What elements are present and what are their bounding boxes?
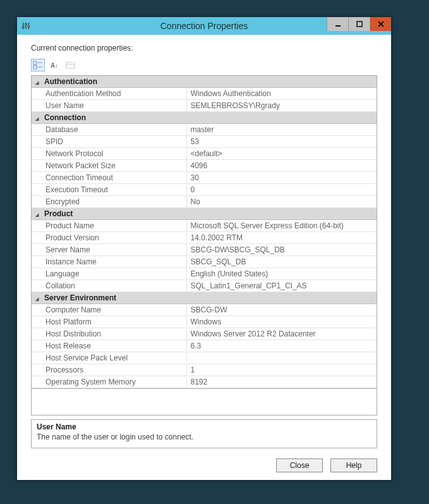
property-key: Host Distribution: [32, 328, 186, 340]
sliders-icon: [21, 21, 31, 31]
property-pages-button: [64, 59, 78, 71]
property-key: Product Version: [32, 232, 186, 244]
property-key: Encrypted: [32, 196, 186, 208]
property-key: Product Name: [32, 220, 186, 232]
property-value: 6.3: [186, 340, 377, 352]
category-name: Connection: [44, 113, 86, 122]
property-row[interactable]: Execution Timeout0: [32, 184, 377, 196]
close-button[interactable]: Close: [276, 458, 323, 472]
property-key: Processors: [32, 364, 186, 376]
property-row[interactable]: Host PlatformWindows: [32, 316, 377, 328]
property-grid[interactable]: ◢AuthenticationAuthentication MethodWind…: [31, 75, 377, 389]
property-key: Authentication Method: [32, 88, 186, 100]
property-row[interactable]: Computer NameSBCG-DW: [32, 304, 377, 316]
property-key: Database: [32, 124, 186, 136]
property-value: SBCG_SQL_DB: [186, 256, 377, 268]
svg-point-5: [28, 25, 30, 27]
title-bar[interactable]: Connection Properties: [17, 17, 391, 35]
maximize-button[interactable]: [348, 17, 370, 31]
property-grid-empty-area: [31, 389, 377, 415]
property-key: Host Service Pack Level: [32, 352, 186, 364]
property-value: Windows: [186, 316, 377, 328]
property-value: <default>: [186, 148, 377, 160]
expander-icon[interactable]: ◢: [35, 297, 42, 302]
category-header[interactable]: ◢Connection: [32, 112, 377, 124]
property-row[interactable]: Network Protocol<default>: [32, 148, 377, 160]
category-name: Product: [44, 209, 73, 218]
property-toolbar: A↓: [31, 58, 377, 73]
property-row[interactable]: EncryptedNo: [32, 196, 377, 208]
property-key: Connection Timeout: [32, 172, 186, 184]
property-key: Computer Name: [32, 304, 186, 316]
help-button[interactable]: Help: [330, 458, 377, 472]
minimize-button[interactable]: [327, 17, 348, 31]
category-header[interactable]: ◢Authentication: [32, 76, 377, 88]
property-row[interactable]: Processors1: [32, 364, 377, 376]
svg-rect-14: [66, 63, 75, 68]
category-name: Server Environment: [44, 293, 116, 302]
property-row[interactable]: Operating System Memory8192: [32, 376, 377, 388]
expander-icon[interactable]: ◢: [35, 212, 42, 218]
dialog-window: Connection Properties Current connection…: [17, 17, 391, 480]
svg-point-3: [25, 23, 27, 25]
property-value: English (United States): [186, 268, 377, 280]
category-header[interactable]: ◢Product: [32, 208, 377, 220]
help-pane: User Name The name of the user or login …: [31, 419, 377, 448]
svg-rect-7: [357, 22, 362, 27]
expander-icon[interactable]: ◢: [35, 116, 42, 121]
property-value: SEMLERBROSSY\Rgrady: [186, 100, 377, 112]
property-value: master: [186, 124, 377, 136]
property-value: [186, 352, 377, 364]
property-key: Host Platform: [32, 316, 186, 328]
property-row[interactable]: Product Version14.0.2002 RTM: [32, 232, 377, 244]
property-key: Execution Timeout: [32, 184, 186, 196]
property-value: Windows Server 2012 R2 Datacenter: [186, 328, 377, 340]
svg-point-1: [22, 26, 24, 28]
help-title: User Name: [37, 422, 372, 431]
property-value: Windows Authentication: [186, 88, 377, 100]
property-row[interactable]: Product NameMicrosoft SQL Server Express…: [32, 220, 377, 232]
property-row[interactable]: Server NameSBCG-DW\SBCG_SQL_DB: [32, 244, 377, 256]
section-label: Current connection properties:: [31, 44, 377, 52]
property-row[interactable]: SPID53: [32, 136, 377, 148]
property-value: SBCG-DW\SBCG_SQL_DB: [186, 244, 377, 256]
property-value: 4096: [186, 160, 377, 172]
property-row[interactable]: Host Service Pack Level: [32, 352, 377, 364]
categorized-button[interactable]: [31, 59, 45, 71]
property-key: Network Protocol: [32, 148, 186, 160]
property-row[interactable]: Authentication MethodWindows Authenticat…: [32, 88, 377, 100]
help-description: The name of the user or login used to co…: [37, 433, 372, 441]
property-value: SQL_Latin1_General_CP1_CI_AS: [186, 280, 377, 292]
property-value: 30: [186, 172, 377, 184]
property-key: Network Packet Size: [32, 160, 186, 172]
property-value: 0: [186, 184, 377, 196]
property-key: Instance Name: [32, 256, 186, 268]
property-key: Host Release: [32, 340, 186, 352]
category-header[interactable]: ◢Server Environment: [32, 292, 377, 304]
property-row[interactable]: Connection Timeout30: [32, 172, 377, 184]
property-value: 8192: [186, 376, 377, 388]
property-value: 1: [186, 364, 377, 376]
property-key: Server Name: [32, 244, 186, 256]
svg-rect-11: [33, 66, 37, 69]
property-value: SBCG-DW: [186, 304, 377, 316]
property-value: Microsoft SQL Server Express Edition (64…: [186, 220, 377, 232]
property-row[interactable]: Instance NameSBCG_SQL_DB: [32, 256, 377, 268]
property-row[interactable]: Network Packet Size4096: [32, 160, 377, 172]
expander-icon[interactable]: ◢: [35, 80, 42, 85]
category-name: Authentication: [44, 77, 97, 86]
property-key: Operating System Memory: [32, 376, 186, 388]
property-key: Language: [32, 268, 186, 280]
close-window-button[interactable]: [370, 17, 391, 31]
property-row[interactable]: CollationSQL_Latin1_General_CP1_CI_AS: [32, 280, 377, 292]
property-row[interactable]: User NameSEMLERBROSSY\Rgrady: [32, 100, 377, 112]
svg-rect-10: [33, 61, 37, 65]
property-value: No: [186, 196, 377, 208]
property-row[interactable]: Databasemaster: [32, 124, 377, 136]
property-row[interactable]: Host Release6.3: [32, 340, 377, 352]
property-key: SPID: [32, 136, 186, 148]
alphabetical-button[interactable]: A↓: [47, 59, 61, 71]
property-row[interactable]: Host DistributionWindows Server 2012 R2 …: [32, 328, 377, 340]
property-key: User Name: [32, 100, 186, 112]
property-row[interactable]: LanguageEnglish (United States): [32, 268, 377, 280]
